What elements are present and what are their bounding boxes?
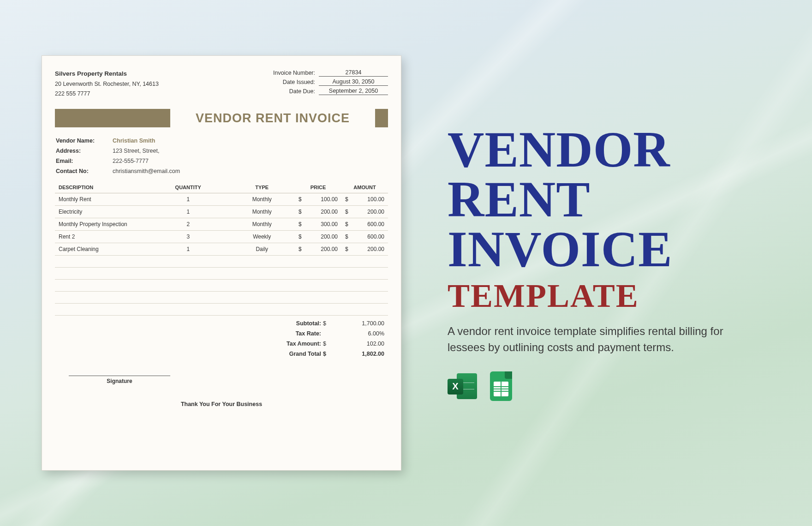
table-row: Monthly Property Inspection2Monthly$300.… (55, 218, 388, 231)
promo-title: VENDOR RENT INVOICE (448, 125, 747, 274)
company-block: Silvers Property Rentals 20 Levenworth S… (55, 69, 159, 99)
cell-amount: 100.00 (349, 193, 388, 206)
invoice-title-bar: VENDOR RENT INVOICE (55, 109, 388, 127)
company-address: 20 Levenworth St. Rochester, NY, 14613 (55, 79, 159, 89)
page: Silvers Property Rentals 20 Levenworth S… (0, 0, 812, 526)
cell-quantity: 3 (147, 231, 229, 243)
cell-amount: 200.00 (349, 243, 388, 256)
cell-price: 100.00 (302, 193, 341, 206)
cell-price-currency: $ (295, 231, 302, 243)
col-description: DESCRIPTION (55, 182, 147, 193)
cell-quantity: 1 (147, 193, 229, 206)
signature-area: Signature (55, 376, 388, 384)
cell-price-currency: $ (295, 206, 302, 218)
totals-block: Subtotal: $ 1,700.00 Tax Rate: 6.00% Tax… (55, 318, 388, 359)
cell-price-currency: $ (295, 218, 302, 231)
signature-label: Signature (69, 378, 170, 384)
vendor-contact-value: christiansmith@email.com (113, 168, 180, 174)
promo-panel: VENDOR RENT INVOICE TEMPLATE A vendor re… (448, 125, 747, 401)
cell-amount-currency: $ (341, 231, 349, 243)
date-due-value: September 2, 2050 (319, 87, 388, 95)
date-due-label: Date Due: (268, 88, 319, 95)
promo-title-line2: RENT (448, 175, 747, 225)
invoice-meta: Invoice Number: 27834 Date Issued: Augus… (268, 69, 388, 99)
promo-title-line1: VENDOR (448, 125, 747, 175)
invoice-number-value: 27834 (319, 69, 388, 77)
col-price: PRICE (295, 182, 341, 193)
cell-amount-currency: $ (341, 206, 349, 218)
cell-amount: 200.00 (349, 206, 388, 218)
cell-description: Monthly Rent (55, 193, 147, 206)
table-row (55, 280, 388, 292)
google-sheets-icon[interactable] (486, 371, 516, 401)
vendor-email-value: 222-555-7777 (113, 158, 149, 164)
title-stripe-right (375, 109, 388, 127)
vendor-address-label: Address: (55, 148, 113, 154)
tax-amount-value: 102.00 (331, 341, 384, 347)
cell-quantity: 1 (147, 243, 229, 256)
company-name: Silvers Property Rentals (55, 69, 159, 79)
cell-type: Weekly (229, 231, 295, 243)
cell-type: Monthly (229, 218, 295, 231)
cell-amount: 600.00 (349, 218, 388, 231)
promo-description: A vendor rent invoice template simplifie… (448, 323, 747, 356)
table-row: Carpet Cleaning1Daily$200.00$200.00 (55, 243, 388, 256)
table-row (55, 304, 388, 316)
grand-total-label: Grand Total (270, 351, 323, 357)
tax-rate-value: 6.00% (331, 330, 384, 337)
grand-total-currency: $ (323, 351, 331, 357)
promo-title-line3: INVOICE (448, 225, 747, 275)
cell-price-currency: $ (295, 243, 302, 256)
cell-description: Rent 2 (55, 231, 147, 243)
vendor-name-value: Christian Smith (113, 137, 155, 144)
promo-subtitle: TEMPLATE (448, 277, 747, 315)
cell-quantity: 2 (147, 218, 229, 231)
cell-description: Monthly Property Inspection (55, 218, 147, 231)
excel-icon[interactable]: X (448, 371, 477, 401)
cell-amount-currency: $ (341, 193, 349, 206)
tax-amount-currency: $ (323, 341, 331, 347)
cell-price: 200.00 (302, 206, 341, 218)
cell-price: 200.00 (302, 231, 341, 243)
invoice-preview: Silvers Property Rentals 20 Levenworth S… (42, 55, 401, 471)
signature-line (69, 376, 170, 376)
cell-price: 300.00 (302, 218, 341, 231)
invoice-number-label: Invoice Number: (268, 70, 319, 76)
grand-total-value: 1,802.00 (331, 351, 384, 357)
table-row (55, 268, 388, 280)
table-row: Rent 23Weekly$200.00$600.00 (55, 231, 388, 243)
vendor-email-label: Email: (55, 158, 113, 164)
col-quantity: QUANTITY (147, 182, 229, 193)
table-row: Electricity1Monthly$200.00$200.00 (55, 206, 388, 218)
tax-rate-label: Tax Rate: (270, 330, 323, 337)
vendor-name-label: Vendor Name: (55, 137, 113, 144)
date-issued-value: August 30, 2050 (319, 78, 388, 86)
col-type: Type (229, 182, 295, 193)
subtotal-currency: $ (323, 320, 331, 327)
cell-description: Carpet Cleaning (55, 243, 147, 256)
cell-description: Electricity (55, 206, 147, 218)
line-items-table: DESCRIPTION QUANTITY Type PRICE AMOUNT M… (55, 182, 388, 316)
company-phone: 222 555 7777 (55, 89, 159, 99)
table-row: Monthly Rent1Monthly$100.00$100.00 (55, 193, 388, 206)
vendor-address-value: 123 Street, Street, (113, 148, 159, 154)
subtotal-label: Subtotal: (270, 320, 323, 327)
table-row (55, 256, 388, 268)
footer-message: Thank You For Your Business (55, 401, 388, 407)
table-row (55, 292, 388, 304)
cell-amount-currency: $ (341, 243, 349, 256)
title-stripe-left (55, 109, 170, 127)
invoice-header: Silvers Property Rentals 20 Levenworth S… (55, 69, 388, 99)
cell-amount: 600.00 (349, 231, 388, 243)
cell-type: Daily (229, 243, 295, 256)
cell-type: Monthly (229, 193, 295, 206)
tax-amount-label: Tax Amount: (270, 341, 323, 347)
cell-quantity: 1 (147, 206, 229, 218)
cell-price-currency: $ (295, 193, 302, 206)
format-icons: X (448, 371, 747, 401)
vendor-block: Vendor Name: Christian Smith Address: 12… (55, 137, 388, 174)
invoice-title: VENDOR RENT INVOICE (170, 111, 375, 126)
cell-type: Monthly (229, 206, 295, 218)
subtotal-value: 1,700.00 (331, 320, 384, 327)
cell-amount-currency: $ (341, 218, 349, 231)
